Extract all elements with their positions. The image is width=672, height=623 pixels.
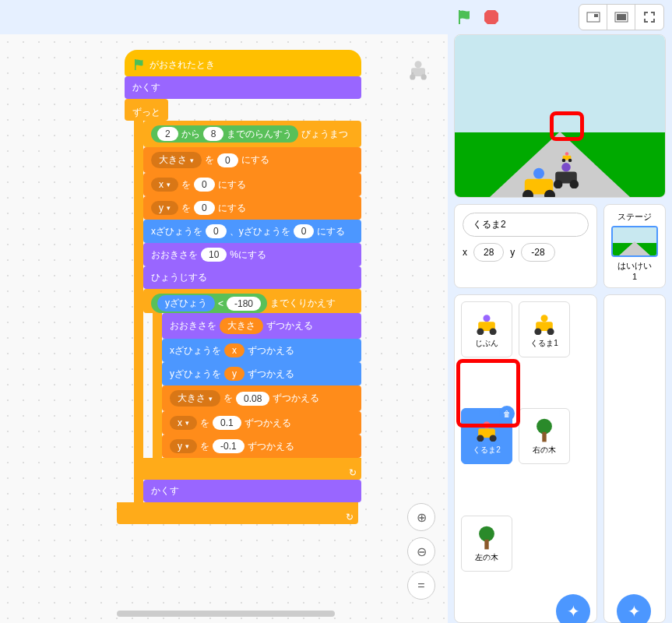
set-var-block[interactable]: 大きさ を 0 にする	[143, 147, 361, 173]
goto-xy-block[interactable]: xざひょうを 0 、yざひょうを 0 にする	[143, 220, 361, 243]
change-y-block[interactable]: yざひょうを y ずつかえる	[162, 362, 361, 385]
stage-selector-panel[interactable]: ステージ はいけい 1	[603, 204, 666, 288]
sprite-thumb-icon	[529, 417, 560, 445]
sprite-name-label: じぶん	[475, 338, 498, 349]
set-size-block[interactable]: おおきさを 10 %にする	[143, 243, 361, 266]
svg-rect-2	[594, 14, 598, 17]
wait-block[interactable]: 2 から 8 までのらんすう びょうまつ	[143, 121, 361, 147]
svg-point-32	[490, 435, 497, 442]
horizontal-scrollbar[interactable]	[117, 611, 335, 617]
number-input[interactable]: 0.08	[236, 392, 269, 406]
number-input[interactable]: 0	[206, 224, 227, 238]
sprite-name-label: くるま1	[530, 338, 558, 349]
sprite-info-panel: くるま2 x 28 y -28	[454, 204, 597, 288]
add-backdrop-button[interactable]: ✦	[617, 594, 651, 623]
number-input[interactable]: 0	[194, 178, 215, 192]
change-var-block[interactable]: x を 0.1 ずつかえる	[162, 411, 361, 435]
zoom-in-button[interactable]: ⊕	[407, 503, 435, 531]
number-input[interactable]: -0.1	[213, 439, 245, 453]
var-dropdown[interactable]: x	[170, 416, 197, 430]
repeat-until-block[interactable]: yざひょう < -180 までくりかえす	[143, 289, 361, 313]
var-dropdown[interactable]: y	[170, 439, 197, 453]
y-input[interactable]: -28	[521, 243, 554, 262]
show-block[interactable]: ひょうじする	[143, 266, 361, 289]
forever-block[interactable]: ずっと	[125, 99, 168, 121]
number-input[interactable]: 2	[157, 127, 178, 141]
large-stage-button[interactable]	[607, 5, 635, 30]
highlight-box-stage	[550, 111, 584, 141]
var-dropdown[interactable]: x	[151, 178, 178, 192]
number-input[interactable]: 8	[203, 127, 224, 141]
svg-point-31	[477, 435, 484, 442]
svg-point-12	[570, 180, 579, 188]
set-var-block[interactable]: x を 0 にする	[143, 173, 361, 196]
sprite-thumb-icon	[471, 310, 502, 338]
zoom-controls: ⊕ ⊖ =	[407, 503, 435, 600]
zoom-reset-button[interactable]: =	[407, 572, 435, 600]
when-flag-clicked-block[interactable]: がおされたとき	[125, 50, 361, 76]
stage-sprite-car2[interactable]	[560, 151, 574, 164]
svg-point-20	[568, 159, 572, 162]
add-sprite-button[interactable]: ✦	[556, 594, 590, 623]
sprite-name-label: 左の木	[475, 552, 498, 563]
number-input[interactable]: 0	[294, 224, 315, 238]
ypos-reporter[interactable]: yざひょう	[157, 295, 215, 312]
repeat-end: ↻	[135, 458, 361, 480]
block-label: かくす	[132, 81, 160, 94]
forever-end: ↻	[117, 502, 358, 524]
change-var-block[interactable]: y を -0.1 ずつかえる	[162, 435, 361, 458]
change-x-block[interactable]: xざひょうを x ずつかえる	[162, 339, 361, 362]
sprite-item-右の木[interactable]: 右の木	[519, 408, 570, 464]
hide-block[interactable]: かくす	[143, 480, 361, 502]
sprite-item-くるま1[interactable]: くるま1	[519, 301, 570, 357]
green-flag-button[interactable]	[456, 8, 474, 26]
stage-sprite-car1[interactable]	[517, 165, 561, 198]
number-input[interactable]: -180	[227, 297, 261, 311]
svg-point-35	[479, 526, 494, 541]
svg-point-5	[415, 61, 422, 68]
var-dropdown[interactable]: 大きさ	[151, 152, 202, 168]
var-dropdown[interactable]: y	[151, 201, 178, 215]
zoom-out-button[interactable]: ⊖	[407, 537, 435, 565]
number-input[interactable]: 0	[217, 153, 238, 167]
stop-button[interactable]	[482, 8, 501, 26]
var-reporter[interactable]: 大きさ	[220, 318, 263, 334]
y-label: y	[510, 247, 515, 258]
svg-point-17	[565, 152, 569, 156]
hide-block[interactable]: かくす	[125, 76, 361, 99]
svg-rect-34	[542, 432, 546, 442]
x-label: x	[463, 247, 467, 258]
change-var-block[interactable]: 大きさ を 0.08 ずつかえる	[162, 385, 361, 411]
sprite-name-label: くるま2	[473, 445, 501, 456]
x-input[interactable]: 28	[473, 243, 504, 262]
random-operator[interactable]: 2 から 8 までのらんすう	[151, 125, 298, 143]
number-input[interactable]: 0	[194, 201, 215, 215]
set-var-block[interactable]: y を 0 にする	[143, 196, 361, 220]
var-reporter[interactable]: x	[224, 343, 245, 357]
loop-arrow-icon: ↻	[349, 467, 357, 478]
svg-point-19	[562, 159, 566, 162]
number-input[interactable]: 10	[201, 248, 227, 262]
fullscreen-button[interactable]	[635, 5, 663, 30]
sprite-name-label: 右の木	[533, 445, 556, 456]
script-stack[interactable]: がおされたとき かくす ずっと 2 から 8 までのらんすう びょうまつ 大きさ	[125, 50, 361, 524]
flag-icon	[132, 58, 146, 72]
less-than-operator[interactable]: yざひょう < -180	[151, 294, 267, 313]
scripts-area[interactable]: がおされたとき かくす ずっと 2 から 8 までのらんすう びょうまつ 大きさ	[0, 34, 448, 623]
stage[interactable]	[454, 34, 666, 198]
change-size-block[interactable]: おおきさを 大きさ ずつかえる	[162, 313, 361, 339]
sprite-item-じぶん[interactable]: じぶん	[461, 301, 512, 357]
var-dropdown[interactable]: 大きさ	[170, 390, 220, 407]
stage-list-panel: ✦	[603, 294, 666, 623]
block-label: ずっと	[132, 106, 160, 119]
sprite-thumb-icon	[471, 524, 502, 552]
svg-point-13	[533, 168, 544, 179]
stage-label: ステージ	[610, 211, 659, 223]
sprite-name-input[interactable]: くるま2	[463, 213, 589, 237]
sprite-item-左の木[interactable]: 左の木	[461, 516, 512, 572]
stage-thumbnail[interactable]	[611, 226, 658, 257]
small-stage-button[interactable]	[579, 5, 607, 30]
block-label: がおされたとき	[150, 58, 215, 72]
var-reporter[interactable]: y	[224, 367, 245, 381]
number-input[interactable]: 0.1	[213, 416, 241, 430]
